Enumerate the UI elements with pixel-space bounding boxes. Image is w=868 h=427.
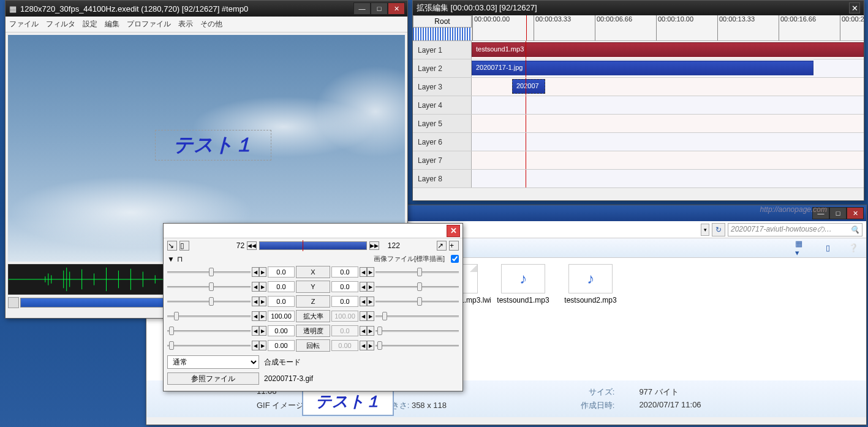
spin-left[interactable]: ◀▶	[252, 267, 266, 277]
slider-left[interactable]	[167, 311, 251, 322]
value-left[interactable]: 0.00	[268, 325, 295, 336]
value-left[interactable]: 0.00	[268, 340, 295, 351]
maximize-button[interactable]: □	[371, 2, 388, 15]
file-item[interactable]: ♪ testsound2.mp3	[563, 264, 618, 374]
slider-right[interactable]	[376, 311, 459, 322]
properties-dialog: ✕ ↘ ▯ 72 ◀◀ ▶▶ 122 ↗ + ▼ ⊓ 画像ファイル[標準描画] …	[163, 223, 463, 391]
value-right: 0.0	[331, 325, 358, 336]
props-titlebar[interactable]: ✕	[164, 224, 462, 238]
icon-button-1[interactable]: ↘	[167, 241, 177, 251]
frame-range-bar[interactable]	[259, 241, 367, 250]
next-frame-button[interactable]: ▶▶	[369, 241, 379, 250]
menu-file[interactable]: ファイル	[9, 19, 39, 29]
icon-button-3[interactable]: ↗	[437, 241, 447, 251]
close-button[interactable]: ✕	[847, 207, 864, 219]
slider-right[interactable]	[376, 296, 459, 307]
path-dropdown[interactable]: ▾	[701, 224, 709, 236]
prev-frame-button[interactable]: ◀◀	[247, 241, 257, 250]
view-icon[interactable]: ▦ ▾	[795, 241, 809, 255]
prop-name-button[interactable]: 拡大率	[296, 310, 330, 322]
slider-left[interactable]	[167, 281, 251, 292]
prop-name-button[interactable]: 回転	[296, 339, 330, 352]
close-button[interactable]: ✕	[388, 2, 405, 15]
help-icon[interactable]: ❔	[847, 241, 860, 255]
slider-right[interactable]	[376, 340, 459, 351]
value-left[interactable]: 100.00	[268, 311, 295, 322]
refresh-button[interactable]: ↻	[712, 223, 725, 236]
layer-label[interactable]: Layer 3	[413, 78, 472, 96]
maximize-button[interactable]: □	[829, 207, 847, 219]
blend-mode-select[interactable]: 通常	[167, 355, 259, 369]
layer-label[interactable]: Layer 1	[413, 41, 472, 59]
value-left[interactable]: 0.0	[268, 281, 295, 292]
slider-right[interactable]	[376, 281, 459, 292]
prop-name-button[interactable]: Y	[296, 281, 330, 293]
slider-right[interactable]	[376, 266, 459, 278]
close-button[interactable]: ✕	[447, 225, 460, 237]
spin-left[interactable]: ◀▶	[252, 341, 266, 350]
prop-name-button[interactable]: 透明度	[296, 325, 330, 337]
slider-left[interactable]	[167, 266, 251, 278]
seek-prev[interactable]	[8, 297, 19, 308]
slider-right[interactable]	[376, 325, 459, 336]
slider-left[interactable]	[167, 340, 251, 351]
close-button[interactable]: ✕	[849, 2, 860, 13]
handle-icon[interactable]: ⊓	[177, 255, 183, 263]
menu-filter[interactable]: フィルタ	[46, 19, 75, 29]
preview-pane-icon[interactable]: ▯	[821, 241, 834, 255]
layer-label[interactable]: Layer 2	[413, 59, 472, 77]
spin-left[interactable]: ◀▶	[252, 311, 266, 321]
preview-titlebar[interactable]: ▦ 1280x720_30fps_44100Hz.exedit (1280,72…	[6, 1, 407, 17]
enable-checkbox[interactable]	[451, 255, 459, 263]
spin-left[interactable]: ◀▶	[252, 326, 266, 336]
spin-right[interactable]: ◀▶	[360, 311, 374, 321]
clip-image[interactable]: 20200717-1.jpg	[472, 61, 813, 75]
prop-name-button[interactable]: X	[296, 266, 330, 278]
ruler-tick: 00:00:06.66	[595, 15, 632, 40]
layer-label[interactable]: Layer 6	[413, 133, 472, 151]
value-left[interactable]: 0.0	[268, 296, 295, 307]
search-input[interactable]: 20200717-aviutl-howtouseの… 🔍	[728, 223, 862, 236]
layer-label[interactable]: Layer 4	[413, 96, 472, 114]
spin-left[interactable]: ◀▶	[252, 297, 266, 306]
root-button[interactable]: Root	[413, 15, 472, 28]
time-ruler[interactable]: 00:00:00.00 00:00:03.33 00:00:06.66 00:0…	[472, 15, 864, 40]
file-item[interactable]: ♪ testsound1.mp3	[496, 264, 551, 374]
layer-label[interactable]: Layer 7	[413, 151, 472, 169]
menu-settings[interactable]: 設定	[83, 19, 97, 29]
clip-audio[interactable]: testsound1.mp3	[472, 42, 864, 57]
prop-name-button[interactable]: Z	[296, 295, 330, 308]
file-name: testsound2.mp3	[563, 296, 618, 304]
spin-right[interactable]: ◀▶	[360, 341, 374, 350]
blend-mode-label: 合成モード	[264, 357, 301, 368]
icon-button-2[interactable]: ▯	[179, 241, 189, 251]
slider-left[interactable]	[167, 325, 251, 336]
slider-left[interactable]	[167, 296, 251, 307]
collapse-icon[interactable]: ▼	[167, 255, 175, 263]
selected-object-box[interactable]: テスト１	[155, 130, 271, 161]
overlay-text: テスト１	[173, 132, 254, 159]
spin-left[interactable]: ◀▶	[252, 282, 266, 292]
search-icon: 🔍	[850, 225, 859, 234]
layer-label[interactable]: Layer 5	[413, 115, 472, 132]
layer-label[interactable]: Layer 8	[413, 170, 472, 187]
value-right[interactable]: 0.0	[331, 281, 358, 292]
value-left[interactable]: 0.0	[268, 266, 295, 278]
value-right[interactable]: 0.0	[331, 296, 358, 307]
add-button[interactable]: +	[449, 241, 459, 251]
spin-right[interactable]: ◀▶	[360, 326, 374, 336]
menu-other[interactable]: その他	[200, 19, 222, 29]
prop-row-拡大率: ◀▶100.00拡大率100.00◀▶	[167, 309, 459, 323]
playhead[interactable]	[526, 15, 527, 40]
timeline-titlebar[interactable]: 拡張編集 [00:00:03.03] [92/12627] ✕	[413, 1, 864, 15]
spin-right[interactable]: ◀▶	[360, 267, 374, 277]
menu-view[interactable]: 表示	[178, 19, 193, 29]
spin-right[interactable]: ◀▶	[360, 297, 374, 306]
minimize-button[interactable]: —	[353, 2, 371, 15]
value-right[interactable]: 0.0	[331, 266, 358, 278]
menu-edit[interactable]: 編集	[105, 19, 119, 29]
menu-profile[interactable]: プロファイル	[127, 19, 171, 29]
browse-file-button[interactable]: 参照ファイル	[167, 372, 259, 385]
spin-right[interactable]: ◀▶	[360, 282, 374, 292]
clip-image-selected[interactable]: 202007	[512, 79, 545, 94]
